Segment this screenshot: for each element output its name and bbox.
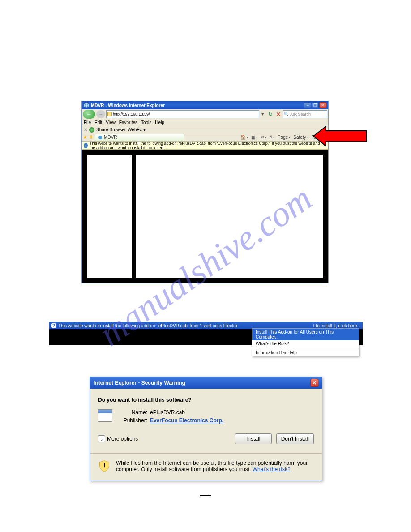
security-warning-dialog: Internet Explorer - Security Warning ✕ D… — [90, 377, 322, 481]
stop-button[interactable]: ✕ — [275, 111, 282, 117]
content-area — [82, 150, 328, 283]
search-icon: 🔍 — [284, 112, 290, 116]
window-titlebar: MDVR - Windows Internet Explorer － ❐ ✕ — [82, 101, 328, 109]
browser-window: MDVR - Windows Internet Explorer － ❐ ✕ ←… — [81, 101, 329, 283]
search-field[interactable]: 🔍 Ask Search — [283, 110, 327, 118]
infobar-text: This website wants to install the follow… — [90, 141, 321, 150]
menu-view[interactable]: View — [106, 120, 116, 125]
forward-button[interactable]: → — [96, 110, 105, 118]
command-bar: 🏠▾ ▦▾ ✉▾ ⎙▾ Page▾ Safety▾ Tools▾ — [186, 135, 327, 140]
menu-separator — [252, 348, 359, 348]
menu-file[interactable]: File — [84, 120, 91, 125]
file-icon — [98, 409, 112, 422]
menu-install-addon[interactable]: Install This Add-on for All Users on Thi… — [252, 329, 359, 340]
favorites-bar: ★ ✚ MDVR 🏠▾ ▦▾ ✉▾ ⎙▾ Page▾ Safety▾ Tools… — [82, 133, 328, 142]
whats-risk-link[interactable]: What's the risk? — [253, 466, 291, 472]
toolbar-close-icon[interactable]: ✕ — [84, 127, 87, 132]
minimize-button[interactable]: － — [304, 102, 311, 108]
address-bar[interactable]: http://192.168.13.59/ — [106, 110, 259, 118]
infobar-closeup: ? This website wants to install the foll… — [49, 322, 363, 345]
annotation-arrow — [313, 125, 367, 148]
info-icon: i — [84, 143, 88, 148]
svg-marker-2 — [313, 126, 366, 146]
tab-label: MDVR — [104, 135, 117, 140]
infobar-context-menu: Install This Add-on for All Users on Thi… — [252, 328, 359, 356]
question-icon: ? — [51, 323, 56, 328]
search-placeholder: Ask Search — [290, 112, 311, 116]
infobar-text-left: This website wants to install the follow… — [58, 323, 237, 328]
safety-menu[interactable]: Safety▾ — [293, 135, 308, 140]
left-panel — [87, 155, 132, 278]
menu-edit[interactable]: Edit — [94, 120, 102, 125]
favorites-star-icon[interactable]: ★ — [83, 134, 87, 140]
information-bar[interactable]: i This website wants to install the foll… — [82, 142, 328, 150]
back-button[interactable]: ← — [83, 110, 95, 119]
warning-text-block: While files from the Internet can be use… — [116, 460, 314, 472]
refresh-button[interactable]: ↻ — [266, 111, 274, 118]
name-value: ePlusDVR.cab — [150, 409, 185, 416]
home-button[interactable]: 🏠▾ — [240, 135, 248, 140]
menu-bar: File Edit View Favorites Tools Help — [82, 119, 328, 126]
browser-tab[interactable]: MDVR — [95, 134, 184, 141]
menu-whats-risk[interactable]: What's the Risk? — [252, 340, 359, 347]
svg-text:!: ! — [103, 462, 105, 470]
mail-button[interactable]: ✉▾ — [261, 135, 267, 140]
right-panel — [136, 155, 323, 278]
dialog-close-button[interactable]: ✕ — [310, 379, 318, 387]
close-button[interactable]: ✕ — [319, 102, 326, 108]
add-favorite-icon[interactable]: ✚ — [89, 134, 93, 140]
extra-toolbar: ✕ Share Browser WebEx ▾ — [82, 126, 328, 133]
maximize-button[interactable]: ❐ — [312, 102, 319, 108]
menu-favorites[interactable]: Favorites — [119, 120, 137, 125]
url-text: http://192.168.13.59/ — [113, 112, 150, 116]
publisher-link[interactable]: EverFocus Electronics Corp. — [150, 417, 223, 424]
share-browser-button[interactable]: Share Browser — [96, 127, 126, 132]
more-options-toggle[interactable]: ⌄ More options — [98, 435, 138, 442]
menu-help[interactable]: Help — [155, 120, 164, 125]
webex-dropdown[interactable]: WebEx ▾ — [128, 127, 146, 132]
ie-icon — [84, 103, 89, 108]
infobar-text-right: t to install it, click here... — [313, 323, 361, 328]
feeds-button[interactable]: ▦▾ — [251, 135, 258, 140]
install-button[interactable]: Install — [235, 433, 272, 444]
tab-ie-icon — [98, 135, 103, 140]
expand-icon: ⌄ — [98, 435, 105, 442]
menu-tools[interactable]: Tools — [141, 120, 151, 125]
url-dropdown[interactable]: ▾ — [260, 111, 265, 117]
page-number — [200, 495, 211, 498]
page-icon — [107, 112, 112, 116]
print-button[interactable]: ⎙▾ — [270, 135, 275, 140]
navigation-bar: ← → http://192.168.13.59/ ▾ ↻ ✕ 🔍 Ask Se… — [82, 109, 328, 119]
shield-warning-icon: ! — [98, 460, 111, 472]
dont-install-button[interactable]: Don't Install — [276, 433, 314, 444]
publisher-label: Publisher: — [118, 417, 147, 424]
svg-point-1 — [98, 136, 102, 139]
more-options-label: More options — [107, 436, 138, 442]
menu-info-bar-help[interactable]: Information Bar Help — [252, 349, 359, 356]
globe-icon — [89, 127, 94, 133]
dialog-title: Internet Explorer - Security Warning — [94, 380, 185, 386]
name-label: Name: — [118, 409, 147, 416]
page-menu[interactable]: Page▾ — [278, 135, 291, 140]
dialog-titlebar: Internet Explorer - Security Warning ✕ — [90, 377, 322, 389]
dialog-question: Do you want to install this software? — [98, 397, 314, 403]
window-title: MDVR - Windows Internet Explorer — [91, 103, 304, 108]
